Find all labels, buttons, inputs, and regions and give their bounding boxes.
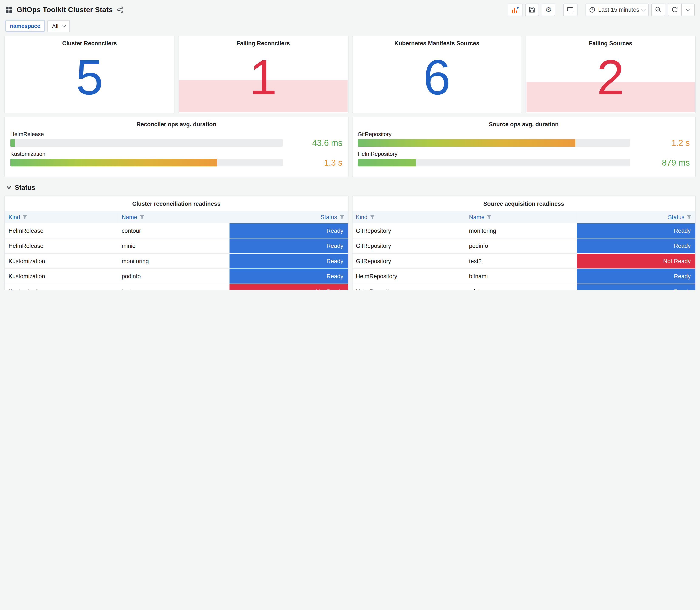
status-badge: Ready	[229, 269, 348, 284]
gauge-track	[358, 139, 630, 147]
gear-icon: ⚙	[545, 6, 552, 13]
panel-title[interactable]: Cluster Reconcilers	[5, 36, 174, 47]
panel-title[interactable]: Source acquisition readiness	[352, 198, 695, 207]
filter-icon[interactable]	[487, 215, 492, 220]
table-cell: GitRepository	[352, 238, 466, 254]
filter-icon[interactable]	[22, 215, 27, 220]
table-header-row: KindNameStatus	[5, 211, 348, 223]
table-row: GitRepositorymonitoringReady	[352, 223, 695, 238]
table-cell: minio	[118, 238, 229, 254]
panel-title[interactable]: Failing Sources	[526, 36, 695, 47]
dashboard-grid-icon[interactable]	[5, 6, 13, 13]
gauge-track	[10, 139, 282, 147]
gauge-track	[10, 159, 282, 166]
table-row: KustomizationpodinfoReady	[5, 269, 348, 284]
table-cell: Kustomization	[5, 253, 118, 269]
column-header-status[interactable]: Status	[577, 211, 695, 223]
status-badge: Ready	[577, 223, 695, 238]
dashboard-settings-button[interactable]: ⚙	[542, 3, 555, 16]
bar-gauge-kustomization: 1.3 s	[10, 158, 342, 167]
dashboard: GitOps Toolkit Cluster Stats ⚙	[0, 0, 700, 290]
share-icon[interactable]	[117, 6, 124, 13]
status-cell: Ready	[229, 253, 348, 269]
gauge-fill	[10, 159, 217, 166]
status-cell: Ready	[577, 284, 695, 290]
panel-title[interactable]: Reconciler ops avg. duration	[10, 119, 342, 128]
column-header-name[interactable]: Name	[118, 211, 229, 223]
gauge-bar-label: GitRepository	[358, 131, 690, 137]
filter-icon[interactable]	[339, 215, 344, 220]
table-panel-source-acquisition-readiness: Source acquisition readinessKindNameStat…	[352, 195, 696, 290]
gauge-value: 1.2 s	[637, 139, 690, 147]
cycle-view-mode-button[interactable]	[563, 3, 577, 16]
column-header-kind[interactable]: Kind	[5, 211, 118, 223]
readiness-table: KindNameStatusHelmReleasecontourReadyHel…	[5, 211, 348, 290]
table-cell: HelmRelease	[5, 238, 118, 254]
clock-icon	[589, 6, 596, 13]
zoom-out-time-button[interactable]	[651, 3, 665, 16]
table-cell: contour	[118, 223, 229, 238]
column-header-status[interactable]: Status	[229, 211, 348, 223]
table-cell: GitRepository	[352, 253, 466, 269]
table-cell: test2	[466, 253, 577, 269]
column-header-label: Name	[121, 214, 137, 221]
table-cell: HelmRepository	[352, 269, 466, 284]
status-badge: Ready	[229, 254, 348, 269]
stat-value: 2	[526, 47, 695, 113]
refresh-button[interactable]	[668, 3, 682, 16]
time-range-picker[interactable]: Last 15 minutes	[586, 3, 649, 16]
page-title: GitOps Toolkit Cluster Stats	[17, 5, 113, 14]
section-status[interactable]: Status	[6, 182, 700, 192]
status-badge: Ready	[577, 269, 695, 284]
table-row: HelmRepositoryminioReady	[352, 284, 695, 290]
panel-title[interactable]: Failing Reconcilers	[179, 36, 348, 47]
column-header-kind[interactable]: Kind	[352, 211, 466, 223]
stat-panel-failing-reconcilers: Failing Reconcilers1	[178, 36, 348, 113]
variable-namespace-label[interactable]: namespace	[5, 20, 45, 32]
gauge-bar-label: Kustomization	[10, 151, 342, 157]
gauge-bar-label: HelmRepository	[358, 151, 690, 157]
stat-panel-cluster-reconcilers: Cluster Reconcilers5	[4, 36, 175, 113]
chevron-down-icon	[686, 7, 690, 11]
table-cell: GitRepository	[352, 223, 466, 238]
table-header-row: KindNameStatus	[352, 211, 695, 223]
column-header-name[interactable]: Name	[466, 211, 577, 223]
refresh-interval-dropdown[interactable]	[681, 3, 695, 16]
status-cell: Not Ready	[577, 253, 695, 269]
panel-title[interactable]: Kubernetes Manifests Sources	[352, 36, 521, 47]
table-cell: podinfo	[466, 238, 577, 254]
gauges-row: Reconciler ops avg. durationHelmRelease4…	[0, 117, 700, 177]
gauge-value: 879 ms	[637, 158, 690, 167]
status-cell: Ready	[229, 269, 348, 284]
gauge-value: 43.6 ms	[290, 139, 342, 147]
filter-icon[interactable]	[140, 215, 144, 220]
stat-value: 1	[179, 47, 348, 113]
status-cell: Ready	[577, 238, 695, 254]
filter-icon[interactable]	[687, 215, 691, 220]
column-header-label: Kind	[9, 214, 20, 221]
gauge-fill	[358, 159, 416, 166]
gauge-fill	[10, 139, 15, 147]
status-cell: Ready	[229, 223, 348, 238]
time-range-label: Last 15 minutes	[598, 6, 639, 13]
table-cell: Kustomization	[5, 284, 118, 290]
add-panel-button[interactable]	[508, 3, 522, 16]
gauge-panel-source-ops-avg-duration: Source ops avg. durationGitRepository1.2…	[352, 117, 696, 177]
panel-title[interactable]: Cluster reconciliation readiness	[5, 198, 348, 207]
stat-value: 6	[352, 47, 521, 113]
readiness-table: KindNameStatusGitRepositorymonitoringRea…	[352, 211, 695, 290]
table-row: KustomizationtestNot Ready	[5, 284, 348, 290]
gauge-panel-reconciler-ops-avg-duration: Reconciler ops avg. durationHelmRelease4…	[4, 117, 348, 177]
gauge-fill	[358, 139, 575, 147]
chevron-down-icon	[641, 7, 646, 11]
tables-row: Cluster reconciliation readinessKindName…	[0, 195, 700, 290]
save-dashboard-button[interactable]	[525, 3, 539, 16]
filter-icon[interactable]	[370, 215, 375, 220]
table-row: GitRepositorypodinfoReady	[352, 238, 695, 254]
table-cell: minio	[466, 284, 577, 290]
variable-namespace-select[interactable]: All	[47, 20, 69, 32]
table-row: KustomizationmonitoringReady	[5, 253, 348, 269]
panel-title[interactable]: Source ops avg. duration	[358, 119, 690, 128]
status-cell: Ready	[577, 269, 695, 284]
stat-panel-failing-sources: Failing Sources2	[525, 36, 696, 113]
